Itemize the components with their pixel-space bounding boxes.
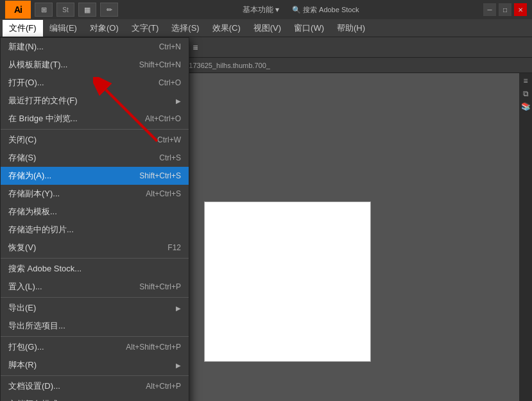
layers-btn[interactable]: ≡ bbox=[520, 76, 531, 86]
separator-5 bbox=[1, 375, 189, 376]
menu-save-slice[interactable]: 存储选中的切片... bbox=[1, 221, 189, 239]
menu-window[interactable]: 窗口(W) bbox=[287, 20, 330, 37]
separator-3 bbox=[1, 297, 189, 298]
menu-effect[interactable]: 效果(C) bbox=[206, 20, 247, 37]
menu-export-selected[interactable]: 导出所选项目... bbox=[1, 317, 189, 335]
menu-scripts[interactable]: 脚本(R) ▶ bbox=[1, 356, 189, 374]
app-logo: Ai bbox=[5, 1, 31, 19]
menu-type[interactable]: 文字(T) bbox=[125, 20, 166, 37]
title-bar: Ai ⊞ St ▦ ✏ 基本功能 ▾ 🔍 搜索 Adobe Stock ─ □ … bbox=[0, 0, 532, 19]
view-toggle-btn[interactable]: ⊞ bbox=[35, 3, 53, 17]
menu-bridge[interactable]: 在 Bridge 中浏览... Alt+Ctrl+O bbox=[1, 110, 189, 128]
menu-doc-color[interactable]: 文档颜色模式(M) ▶ bbox=[1, 395, 189, 401]
stock-btn[interactable]: St bbox=[56, 3, 74, 17]
separator-1 bbox=[1, 129, 189, 130]
menu-close[interactable]: 关闭(C) Ctrl+W bbox=[1, 131, 189, 149]
maximize-btn[interactable]: □ bbox=[499, 3, 511, 16]
menu-bar: 文件(F) 编辑(E) 对象(O) 文字(T) 选择(S) 效果(C) 视图(V… bbox=[0, 19, 532, 37]
menu-object[interactable]: 对象(O) bbox=[83, 20, 125, 37]
pen-btn[interactable]: ✏ bbox=[100, 3, 118, 17]
workspace-label[interactable]: 基本功能 ▾ bbox=[243, 5, 279, 14]
properties-btn[interactable]: ⧉ bbox=[520, 89, 531, 99]
menu-place[interactable]: 置入(L)... Shift+Ctrl+P bbox=[1, 278, 189, 296]
menu-save-as[interactable]: 存储为(A)... Shift+Ctrl+S bbox=[1, 167, 189, 185]
close-btn[interactable]: ✕ bbox=[514, 3, 527, 16]
libraries-btn[interactable]: 📚 bbox=[520, 101, 531, 112]
menu-package[interactable]: 打包(G)... Alt+Shift+Ctrl+P bbox=[1, 338, 189, 356]
menu-new[interactable]: 新建(N)... Ctrl+N bbox=[1, 38, 189, 56]
menu-save-copy[interactable]: 存储副本(Y)... Alt+Ctrl+S bbox=[1, 185, 189, 203]
menu-export[interactable]: 导出(E) ▶ bbox=[1, 299, 189, 317]
menu-edit[interactable]: 编辑(E) bbox=[43, 20, 83, 37]
title-center: 基本功能 ▾ 🔍 搜索 Adobe Stock bbox=[118, 4, 483, 15]
menu-save-template[interactable]: 存储为模板... bbox=[1, 203, 189, 221]
minimize-btn[interactable]: ─ bbox=[483, 3, 496, 16]
align-icon: ≡ bbox=[193, 42, 198, 53]
separator-4 bbox=[1, 336, 189, 337]
menu-help[interactable]: 帮助(H) bbox=[330, 20, 372, 37]
menu-search-stock[interactable]: 搜索 Adobe Stock... bbox=[1, 260, 189, 278]
menu-revert[interactable]: 恢复(V) F12 bbox=[1, 239, 189, 257]
menu-open[interactable]: 打开(O)... Ctrl+O bbox=[1, 74, 189, 92]
right-sidebar: ≡ ⧉ 📚 bbox=[519, 73, 532, 401]
layout-btn[interactable]: ▦ bbox=[78, 3, 96, 17]
menu-new-from-template[interactable]: 从模板新建(T)... Shift+Ctrl+N bbox=[1, 56, 189, 74]
search-stock-label: 🔍 搜索 Adobe Stock bbox=[292, 6, 359, 13]
window-controls: ─ □ ✕ bbox=[483, 3, 527, 16]
menu-select[interactable]: 选择(S) bbox=[165, 20, 205, 37]
file-dropdown-menu: 新建(N)... Ctrl+N 从模板新建(T)... Shift+Ctrl+N… bbox=[0, 37, 189, 401]
menu-view[interactable]: 视图(V) bbox=[247, 20, 287, 37]
separator-2 bbox=[1, 258, 189, 259]
menu-file[interactable]: 文件(F) bbox=[3, 20, 43, 37]
menu-recent[interactable]: 最近打开的文件(F) ▶ bbox=[1, 92, 189, 110]
menu-save[interactable]: 存储(S) Ctrl+S bbox=[1, 149, 189, 167]
menu-doc-settings[interactable]: 文档设置(D)... Alt+Ctrl+P bbox=[1, 377, 189, 395]
canvas-page-2 bbox=[204, 201, 371, 362]
